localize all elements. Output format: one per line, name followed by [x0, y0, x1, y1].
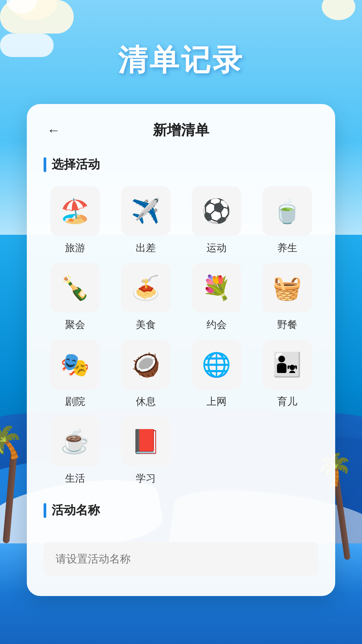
activity-label-food: 美食: [136, 318, 156, 332]
activity-icon-sports: ⚽: [192, 186, 241, 236]
activity-label-party: 聚会: [65, 318, 85, 332]
section-name-label-container: 活动名称: [44, 502, 318, 519]
activity-label-internet: 上网: [206, 395, 227, 409]
card-header: ← 新增清单: [44, 121, 318, 140]
activity-item-internet[interactable]: 🌐上网: [185, 340, 248, 409]
activity-item-party[interactable]: 🍾聚会: [44, 263, 106, 332]
activity-label-study: 学习: [136, 472, 156, 485]
activity-name-section: 活动名称: [44, 502, 318, 576]
activity-item-theater[interactable]: 🎭剧院: [44, 340, 106, 409]
activity-item-business[interactable]: ✈️出差: [114, 186, 177, 255]
activity-item-food[interactable]: 🍝美食: [114, 263, 177, 332]
activity-label-date: 约会: [206, 318, 227, 332]
activity-item-travel[interactable]: 🏖️旅游: [44, 186, 106, 255]
activity-icon-parenting: 👨‍👧: [262, 340, 312, 389]
activity-label-life: 生活: [65, 472, 85, 485]
back-button[interactable]: ←: [44, 120, 64, 140]
section-bar-name: [44, 503, 46, 518]
activity-icon-study: 📕: [121, 417, 171, 466]
activity-item-life[interactable]: ☕生活: [44, 417, 106, 485]
section-activity-label: 选择活动: [52, 156, 100, 173]
activity-item-date[interactable]: 💐约会: [185, 263, 248, 332]
card-title: 新增清单: [153, 121, 209, 140]
activity-label-picnic: 野餐: [277, 318, 297, 332]
activity-icon-travel: 🏖️: [50, 186, 100, 236]
activity-label-health: 养生: [277, 241, 297, 255]
activity-icon-health: 🍵: [262, 186, 312, 236]
activity-item-study[interactable]: 📕学习: [114, 417, 177, 485]
activity-item-picnic[interactable]: 🧺野餐: [256, 263, 318, 332]
main-card: ← 新增清单 选择活动 🏖️旅游✈️出差⚽运动🍵养生🍾聚会🍝美食💐约会🧺野餐🎭剧…: [27, 104, 335, 596]
activity-item-health[interactable]: 🍵养生: [256, 186, 318, 255]
activity-label-sports: 运动: [206, 241, 227, 255]
activity-icon-party: 🍾: [50, 263, 100, 313]
activity-icon-picnic: 🧺: [262, 263, 312, 313]
activity-icon-life: ☕: [50, 417, 100, 466]
activity-label-rest: 休息: [136, 395, 156, 409]
activity-item-rest[interactable]: 🥥休息: [114, 340, 177, 409]
activity-icon-business: ✈️: [121, 186, 171, 236]
activity-icon-date: 💐: [192, 263, 241, 313]
section-activity-select: 选择活动: [44, 156, 318, 173]
activity-label-parenting: 育儿: [277, 395, 297, 409]
activity-name-input[interactable]: [44, 542, 318, 576]
activity-label-theater: 剧院: [65, 395, 85, 409]
activity-icon-internet: 🌐: [192, 340, 241, 389]
activity-icon-theater: 🎭: [50, 340, 100, 389]
activity-label-travel: 旅游: [65, 241, 85, 255]
activity-icon-rest: 🥥: [121, 340, 171, 389]
activity-icon-food: 🍝: [121, 263, 171, 313]
section-name-label: 活动名称: [52, 502, 100, 519]
activity-item-sports[interactable]: ⚽运动: [185, 186, 248, 255]
activity-grid: 🏖️旅游✈️出差⚽运动🍵养生🍾聚会🍝美食💐约会🧺野餐🎭剧院🥥休息🌐上网👨‍👧育儿…: [44, 186, 318, 485]
section-bar-activity: [44, 157, 46, 172]
page-title: 清单记录: [0, 40, 362, 80]
activity-label-business: 出差: [136, 241, 156, 255]
activity-item-parenting[interactable]: 👨‍👧育儿: [256, 340, 318, 409]
